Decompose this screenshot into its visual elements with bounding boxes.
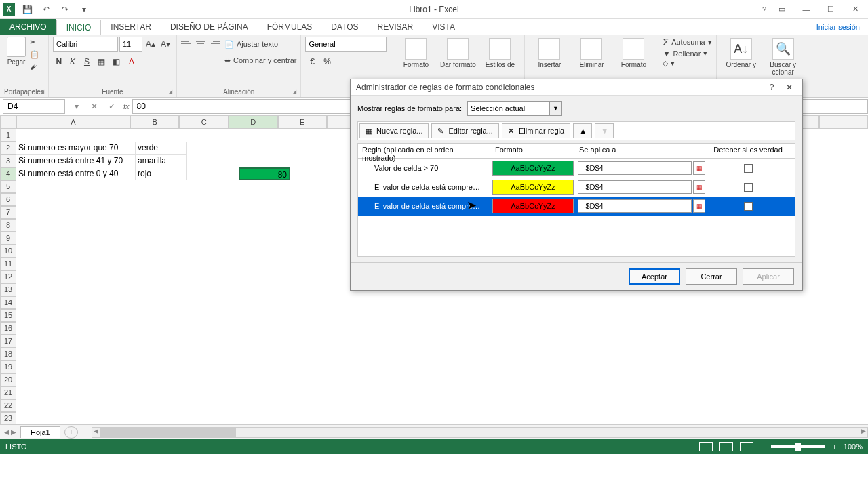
aplicar-button[interactable]: Aplicar [743,268,794,285]
row-headers[interactable]: 1 2 3 4 5 6 7 8 9 10 11 12 13 14 15 16 1… [0,129,16,424]
range-picker-icon[interactable]: ▦ [693,180,705,194]
fill-color-icon[interactable]: ◧ [110,54,123,69]
range-input-3[interactable] [578,199,692,213]
tab-inicio[interactable]: INICIO [56,20,102,35]
tab-diseno[interactable]: DISEÑO DE PÁGINA [161,19,258,35]
wrap-text-button[interactable]: 📄 Ajustar texto [224,37,297,52]
bold-button[interactable]: N [53,54,65,69]
select-all-corner[interactable] [0,115,16,129]
underline-button[interactable]: S [80,54,94,69]
redo-icon[interactable]: ↷ [58,3,72,16]
portapapeles-launcher-icon[interactable]: ◢ [40,89,47,96]
col-header-e[interactable]: E [278,115,328,129]
font-color-icon[interactable]: A [125,54,138,69]
move-up-button[interactable]: ▲ [573,123,592,138]
italic-button[interactable]: K [66,54,79,69]
normal-view-icon[interactable] [699,442,713,451]
cell-b3[interactable]: amarilla [136,155,187,167]
scrollbar-thumb[interactable] [100,428,236,437]
undo-icon[interactable]: ↶ [39,3,53,16]
new-rule-button[interactable]: ▦Nueva regla... [359,123,429,138]
merge-center-button[interactable]: ⬌ Combinar y centrar [224,53,297,68]
paste-button[interactable]: Pegar [4,37,28,69]
add-sheet-button[interactable]: + [64,426,78,439]
pagelayout-view-icon[interactable] [719,442,733,451]
delete-rule-button[interactable]: ✕Eliminar regla [502,123,570,138]
scope-select[interactable]: Selección actual ▼ [467,101,562,116]
save-icon[interactable]: 💾 [20,3,34,16]
tab-archivo[interactable]: ARCHIVO [0,19,56,35]
col-header-a[interactable]: A [16,115,130,129]
cerrar-button[interactable]: Cerrar [686,268,737,285]
enter-icon[interactable]: ✓ [104,100,119,113]
col-header-c[interactable]: C [179,115,229,129]
cell-d4[interactable]: 80 [239,167,290,180]
sheet-nav-next-icon[interactable]: ▶ [11,428,16,436]
cell-a2[interactable]: Si numero es mayor que 70 [16,142,136,155]
align-buttons[interactable] [181,37,220,68]
cell-b4[interactable]: rojo [136,167,187,180]
copy-icon[interactable]: 📋 [30,49,43,60]
stop-checkbox-1[interactable] [744,164,753,173]
edit-rule-button[interactable]: ✎Editar regla... [431,123,498,138]
zoom-slider[interactable] [771,445,825,448]
range-input-1[interactable] [578,161,692,175]
tab-insertar[interactable]: INSERTAR [101,19,161,35]
col-header-b[interactable]: B [130,115,180,129]
horizontal-scrollbar[interactable]: ◀ ▶ [92,427,868,438]
percent-icon[interactable]: % [320,54,334,69]
rule-row-1[interactable]: Valor de celda > 70 AaBbCcYyZz ▦ [358,159,795,178]
rule-row-2[interactable]: El valor de celda está comprendi... AaBb… [358,178,795,197]
dialog-help-icon[interactable]: ? [764,81,779,94]
zoom-in-icon[interactable]: + [832,443,836,451]
format-painter-icon[interactable]: 🖌 [30,61,43,72]
font-size-select[interactable]: 11 [119,37,142,52]
sheet-nav-prev-icon[interactable]: ◀ [4,428,9,436]
row-header-1[interactable]: 1 [0,129,16,142]
stop-checkbox-3[interactable] [744,202,753,211]
clear-button[interactable]: ◇ ▾ [663,59,711,68]
increase-font-icon[interactable]: A▴ [144,37,157,52]
tab-revisar[interactable]: REVISAR [368,19,423,35]
stop-checkbox-2[interactable] [744,183,753,192]
maximize-icon[interactable]: ☐ [822,3,840,16]
aceptar-button[interactable]: Aceptar [629,268,680,285]
zoom-out-icon[interactable]: − [760,443,764,451]
range-picker-icon[interactable]: ▦ [693,199,705,213]
fx-icon[interactable]: fx [123,102,130,110]
ribbon-options-icon[interactable]: ▭ [773,3,791,16]
autosum-button[interactable]: ΣAutosuma ▾ [663,37,711,47]
tab-datos[interactable]: DATOS [321,19,368,35]
border-icon[interactable]: ▦ [95,54,108,69]
currency-icon[interactable]: € [305,54,319,69]
row-header-3[interactable]: 3 [0,155,16,167]
cell-a4[interactable]: Si numero está entre 0 y 40 [16,167,136,180]
row-header-2[interactable]: 2 [0,142,16,155]
decrease-font-icon[interactable]: A▾ [159,37,172,52]
qat-customize-icon[interactable]: ▾ [77,3,91,16]
minimize-icon[interactable]: — [797,3,815,16]
pagebreak-view-icon[interactable] [740,442,753,451]
range-picker-icon[interactable]: ▦ [693,161,705,175]
close-icon[interactable]: ✕ [846,3,864,16]
fuente-launcher-icon[interactable]: ◢ [168,89,175,96]
dropdown-icon[interactable]: ▾ [69,100,84,113]
sheet-tab-hoja1[interactable]: Hoja1 [20,426,60,438]
range-input-2[interactable] [578,180,692,194]
name-box[interactable]: D4 [3,99,65,114]
cell-b2[interactable]: verde [136,142,187,155]
tab-vista[interactable]: VISTA [422,19,465,35]
move-down-button[interactable]: ▼ [595,123,614,138]
rule-row-3[interactable]: El valor de celda está comprendi... AaBb… [358,197,795,216]
fill-button[interactable]: ▼Rellenar ▾ [663,49,711,58]
col-header-d[interactable]: D [229,115,278,129]
font-name-select[interactable]: Calibri [53,37,118,52]
number-format-select[interactable]: General [305,37,387,52]
alineacion-launcher-icon[interactable]: ◢ [292,89,299,96]
tab-formulas[interactable]: FÓRMULAS [258,19,322,35]
cancel-icon[interactable]: ✕ [87,100,102,113]
row-header-4[interactable]: 4 [0,167,16,180]
cut-icon[interactable]: ✂ [30,37,43,47]
cell-a3[interactable]: Si numero está entre 41 y 70 [16,155,136,167]
help-icon[interactable]: ? [762,5,766,14]
